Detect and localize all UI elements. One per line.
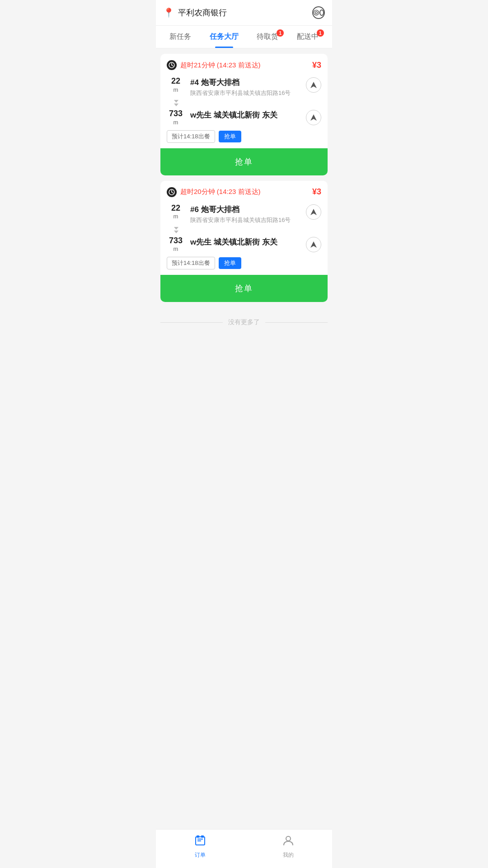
route-info-to-2: w先生 城关镇北新街 东关 [190,236,300,247]
svg-marker-10 [310,209,317,215]
clock-icon-1 [167,60,177,70]
bottom-nav: 订单 我的 [156,829,332,868]
svg-rect-16 [201,835,204,838]
svg-marker-5 [310,82,317,88]
nav-btn-to-1[interactable] [306,110,321,125]
grab-button-1[interactable]: 抢单 [160,148,328,175]
nav-btn-to-2[interactable] [306,237,321,252]
pickup-badge: 1 [277,29,284,37]
delivering-badge: 1 [317,29,324,37]
svg-line-9 [172,192,173,193]
overtime-text-2: 超时20分钟 (14:23 前送达) [180,188,261,196]
svg-point-1 [315,12,317,14]
tags-row-2: 预计14:18出餐 抢单 [167,257,321,269]
order-header-left-1: 超时21分钟 (14:23 前送达) [167,60,261,70]
tab-delivering[interactable]: 配送中 1 [292,26,323,48]
svg-point-0 [314,10,319,15]
tags-row-1: 预计14:18出餐 抢单 [167,130,321,143]
route-info-from-1: #4 炮哥大排档 陕西省安康市平利县城关镇吉阳路16号 [190,76,300,97]
no-more-line-left [160,322,223,323]
route-from-2: 22 m #6 炮哥大排档 陕西省安康市平利县城关镇吉阳路16号 [167,203,321,227]
svg-point-17 [286,836,291,841]
order-header-1: 超时21分钟 (14:23 前送达) ¥3 [167,60,321,70]
route-2: 22 m #6 炮哥大排档 陕西省安康市平利县城关镇吉阳路16号 [167,203,321,253]
distance-from-1: 22 m [167,76,185,93]
price-2: ¥3 [312,187,321,197]
nav-btn-from-1[interactable] [306,77,321,93]
nav-profile[interactable]: 我的 [270,834,306,859]
no-more-line-right [265,322,328,323]
header-left: 📍 平利农商银行 [163,7,227,18]
svg-marker-11 [310,241,317,248]
overtime-text-1: 超时21分钟 (14:23 前送达) [180,61,261,70]
order-header-left-2: 超时20分钟 (14:23 前送达) [167,187,261,197]
no-more-label: 没有更多了 [160,307,328,334]
nav-orders-label: 订单 [195,851,206,859]
route-to-2: 733 m w先生 城关镇北新街 东关 [167,236,321,253]
connector-1 [167,100,321,109]
route-info-to-1: w先生 城关镇北新街 东关 [190,109,300,120]
tab-hall[interactable]: 任务大厅 [205,26,243,48]
grab-tag-1[interactable]: 抢单 [219,131,241,142]
nav-profile-label: 我的 [283,851,294,859]
location-icon: 📍 [163,7,174,18]
tab-pickup[interactable]: 待取货 1 [252,26,283,48]
grab-tag-2[interactable]: 抢单 [219,257,241,269]
nav-orders[interactable]: 订单 [182,834,218,859]
scan-icon[interactable] [312,6,325,19]
order-card-2: 超时20分钟 (14:23 前送达) ¥3 22 m #6 炮哥大排档 陕西省安… [160,181,328,302]
price-1: ¥3 [312,61,321,70]
route-info-from-2: #6 炮哥大排档 陕西省安康市平利县城关镇吉阳路16号 [190,203,300,224]
order-header-2: 超时20分钟 (14:23 前送达) ¥3 [167,187,321,197]
order-card-1: 超时21分钟 (14:23 前送达) ¥3 22 m #4 炮哥大排档 陕西省安… [160,54,328,175]
header-title: 平利农商银行 [178,7,227,18]
distance-to-2: 733 m [167,236,185,253]
svg-line-4 [172,65,173,66]
clock-icon-2 [167,187,177,197]
grab-button-2[interactable]: 抢单 [160,275,328,302]
content-area: 超时21分钟 (14:23 前送达) ¥3 22 m #4 炮哥大排档 陕西省安… [156,48,332,381]
estimate-tag-2: 预计14:18出餐 [167,257,215,269]
estimate-tag-1: 预计14:18出餐 [167,130,215,143]
route-from-1: 22 m #4 炮哥大排档 陕西省安康市平利县城关镇吉阳路16号 [167,76,321,100]
connector-2 [167,227,321,236]
route-to-1: 733 m w先生 城关镇北新街 东关 [167,109,321,126]
nav-btn-from-2[interactable] [306,204,321,220]
tab-new[interactable]: 新任务 [165,26,196,48]
header: 📍 平利农商银行 [156,0,332,26]
orders-icon [194,834,206,849]
route-1: 22 m #4 炮哥大排档 陕西省安康市平利县城关镇吉阳路16号 [167,76,321,126]
tab-bar: 新任务 任务大厅 待取货 1 配送中 1 [156,26,332,48]
distance-to-1: 733 m [167,109,185,126]
distance-from-2: 22 m [167,203,185,220]
profile-icon [282,834,295,849]
svg-rect-15 [197,835,199,838]
svg-marker-6 [310,114,317,121]
